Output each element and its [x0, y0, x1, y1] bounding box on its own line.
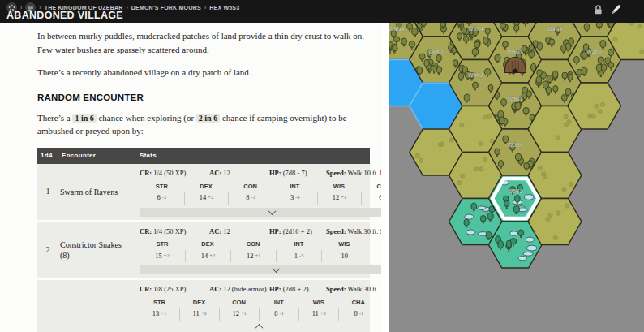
hex-map-panel: W6N4W6N3W5N4W5N2W5N3W5N1W5S1W5S3W4N4W4N3: [381, 23, 644, 332]
ability-header: CON: [230, 238, 276, 249]
hex-label: W4N3: [587, 50, 603, 55]
ability-header: CHA: [338, 296, 378, 308]
ability-score: 8-1: [228, 192, 273, 205]
top-bar: › › THE KINGDOM OF UZEBAR › DEMON'S FORK…: [0, 0, 644, 23]
ability-score: 12+1: [317, 192, 362, 205]
stat-field: CR: 1/8 (25 XP): [140, 284, 209, 295]
ability-score: 1-5: [276, 250, 321, 263]
stat-field: Speed: Walk 30 ft.: [326, 284, 378, 295]
ability-header: STR: [140, 296, 179, 308]
ability-header: CHA: [361, 180, 381, 192]
encounter-row: 3Tribal Warriors (13)CR: 1/8 (25 XP)AC: …: [37, 280, 370, 332]
ability-score: 11+0: [179, 308, 219, 321]
stat-field: Speed: Walk 10 ft. Fly 50 ft.: [326, 168, 381, 179]
stat-block: CR: 1/8 (25 XP)AC: 12 (hide armor)HP: (2…: [136, 280, 381, 332]
ability-header: CON: [228, 180, 273, 192]
encounter-table-header: 1d4 Encounter Stats: [37, 148, 370, 164]
ability-header: WIS: [298, 296, 338, 308]
encounter-roll: 1: [37, 186, 58, 197]
ability-score: 15+2: [140, 250, 185, 263]
hex-label: W5S3: [508, 188, 522, 194]
encounter-table: 1d4 Encounter Stats 1Swarm of RavensCR: …: [37, 148, 370, 332]
hex-label: W6N4: [389, 26, 405, 32]
hex-label: W4N4: [547, 26, 563, 32]
breadcrumb-hex[interactable]: HEX W5S3: [209, 5, 239, 11]
ability-header: WIS: [321, 238, 367, 249]
stat-field: CR: 1/4 (50 XP): [140, 168, 209, 179]
column-stats: Stats: [140, 151, 367, 161]
stat-field: HP: (2d10 + 2): [269, 226, 326, 237]
ability-score: 14+2: [185, 250, 230, 263]
app-window: › › THE KINGDOM OF UZEBAR › DEMON'S FORK…: [0, 0, 644, 332]
ability-score: 13+1: [140, 308, 179, 321]
column-roll: 1d4: [41, 151, 62, 161]
ability-header: CON: [219, 296, 259, 308]
ability-header: INT: [259, 296, 298, 308]
ability-header: CHA: [367, 238, 381, 249]
document-panel: In between murky puddles, mudcracked pat…: [0, 23, 381, 332]
stat-block: CR: 1/4 (50 XP)AC: 12HP: (7d8 - 7)Speed:…: [136, 164, 381, 220]
encounter-name: Swarm of Ravens: [58, 185, 136, 199]
stat-field: Speed: Walk 30 ft. Swim 30 ft.: [326, 226, 381, 237]
hex-label: W5N1: [508, 96, 523, 101]
page-title: ABANDONED VILLAGE: [6, 10, 123, 21]
hex-label: W5N2: [468, 72, 483, 78]
encounter-intro: There’s a 1 in 6 chance when exploring (…: [37, 111, 370, 138]
ability-header: STR: [140, 238, 185, 249]
ability-header: DEX: [185, 238, 230, 249]
ability-score: 3-4: [367, 250, 381, 263]
dice-chip: 1 in 6: [72, 114, 96, 123]
ability-score: 6-2: [361, 192, 381, 205]
ability-score: 14+2: [184, 192, 229, 205]
expand-chevron-button[interactable]: [140, 265, 381, 274]
stat-block: CR: 1/4 (50 XP)AC: 12HP: (2d10 + 2)Speed…: [136, 222, 381, 278]
stat-field: AC: 12 (hide armor): [209, 284, 269, 295]
ability-header: DEX: [179, 296, 219, 308]
stat-field: CR: 1/4 (50 XP): [140, 226, 209, 237]
stat-field: HP: (2d8 + 2): [269, 284, 326, 295]
ability-score: 8-1: [338, 308, 378, 321]
ability-header: INT: [273, 180, 317, 192]
ability-score: 12+1: [219, 308, 259, 321]
hex-label: W5N4: [468, 26, 483, 32]
encounter-row: 2Constrictor Snakes (8)CR: 1/4 (50 XP)AC…: [37, 222, 370, 281]
ability-score: 12+1: [230, 250, 276, 263]
ability-score: 10: [321, 250, 367, 263]
ability-header: STR: [140, 180, 184, 192]
panel-divider[interactable]: [381, 23, 389, 332]
encounter-row: 1Swarm of RavensCR: 1/4 (50 XP)AC: 12HP:…: [37, 164, 370, 222]
hex-map[interactable]: W6N4W6N3W5N4W5N2W5N3W5N1W5S1W5S3W4N4W4N3: [381, 23, 644, 332]
hex-label: W6N3: [429, 50, 444, 55]
ability-header: WIS: [317, 180, 362, 192]
stat-field: HP: (7d8 - 7): [269, 168, 326, 179]
pen-icon[interactable]: [611, 4, 621, 19]
encounter-name: Constrictor Snakes (8): [58, 238, 136, 262]
ability-score: 6-2: [140, 192, 184, 205]
hex-label: W5S1: [508, 142, 522, 148]
ability-score: 3-4: [273, 192, 317, 205]
ability-score: 11+0: [298, 308, 338, 321]
description-paragraph: There’s a recently abandoned village on …: [37, 66, 370, 80]
dice-chip: 2 in 6: [196, 114, 220, 123]
hex-label: W5N3: [508, 50, 523, 55]
lock-icon[interactable]: [593, 4, 603, 19]
collapse-chevron-button[interactable]: [140, 322, 378, 331]
ability-header: DEX: [184, 180, 229, 192]
section-heading: RANDOM ENCOUNTER: [37, 91, 370, 105]
column-encounter: Encounter: [62, 151, 140, 161]
description-paragraph: In between murky puddles, mudcracked pat…: [37, 29, 370, 56]
ability-score: 8-1: [259, 308, 298, 321]
stat-field: AC: 12: [209, 168, 269, 179]
breadcrumb-region[interactable]: DEMON'S FORK MOORS: [131, 5, 201, 11]
ability-header: INT: [276, 238, 321, 249]
stat-field: AC: 12: [209, 226, 269, 237]
expand-chevron-button[interactable]: [140, 208, 381, 217]
encounter-roll: 2: [37, 244, 58, 256]
